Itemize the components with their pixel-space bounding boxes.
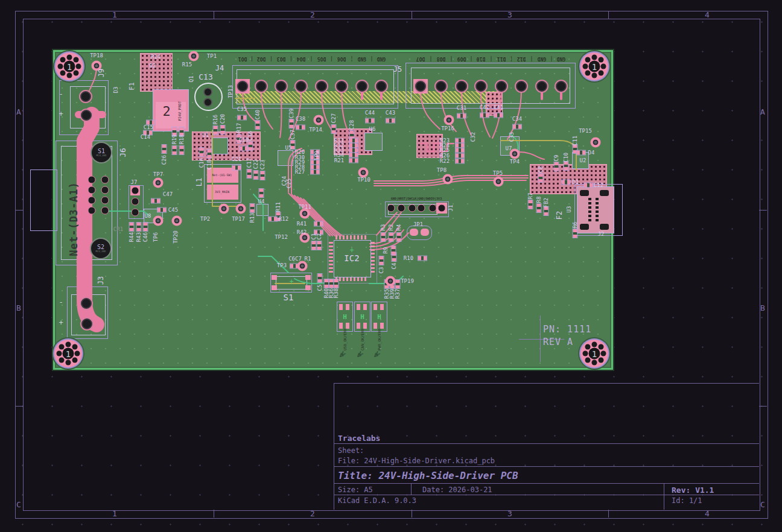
smd-part[interactable] <box>144 223 148 231</box>
smd-part[interactable] <box>256 121 260 129</box>
silk-label-r18[interactable]: R18 <box>179 135 185 144</box>
smd-part[interactable] <box>214 126 218 135</box>
smd-part[interactable] <box>311 160 319 165</box>
pcb-editor-canvas[interactable]: Tracelabs Sheet: File: 24V-High-Side-Dri… <box>0 0 782 532</box>
ic-u4[interactable] <box>256 204 269 216</box>
mounting-hole[interactable]: 1 <box>56 52 83 80</box>
silk-label-r17[interactable]: R17 <box>237 123 242 133</box>
smd-part[interactable] <box>249 142 253 150</box>
smd-part[interactable] <box>311 165 319 169</box>
j5-pin[interactable] <box>434 80 448 93</box>
silk-label-c47[interactable]: C47 <box>163 192 173 197</box>
smd-part[interactable] <box>380 256 384 265</box>
silk-label-tp19[interactable]: TP19 <box>401 279 414 284</box>
smd-part[interactable] <box>334 279 339 288</box>
smd-part[interactable] <box>562 180 570 185</box>
led-module[interactable]: H <box>371 302 387 332</box>
silk-label-r11[interactable]: R11 <box>276 202 281 212</box>
silk-label-d4[interactable]: D4 <box>588 150 595 156</box>
silk-label-u8[interactable]: U8 <box>145 214 151 219</box>
silk-label-r14[interactable]: R14 <box>151 54 161 60</box>
silk-label-tp18[interactable]: TP18 <box>90 53 103 59</box>
silk-label-r7[interactable]: R7 <box>528 193 533 200</box>
silk-label-c33[interactable]: C33 <box>509 132 515 142</box>
ic-u5[interactable] <box>278 150 293 166</box>
j5-pin[interactable] <box>555 80 568 93</box>
test-point-pad[interactable] <box>219 204 229 214</box>
ic-u6[interactable] <box>364 133 383 151</box>
silk-label-d3[interactable]: D3 <box>113 87 119 93</box>
silk-label-c42[interactable]: C42 <box>480 105 489 110</box>
silk-label-j1[interactable]: J1 <box>448 205 454 212</box>
smd-part[interactable] <box>261 171 265 180</box>
silk-label-c16[interactable]: C16 <box>199 158 205 168</box>
silk-label-c22[interactable]: C22 <box>253 159 259 169</box>
silk-label-c46[interactable]: C46 <box>143 232 148 242</box>
silk-label-c39[interactable]: C39 <box>289 109 294 118</box>
connector-j9[interactable] <box>59 80 109 135</box>
j4-pin[interactable] <box>355 80 369 93</box>
silk-label-tp15[interactable]: TP15 <box>579 128 592 134</box>
smd-part[interactable] <box>349 144 358 148</box>
j5-pin[interactable] <box>515 80 528 93</box>
smd-part[interactable] <box>329 279 334 288</box>
mounting-hole[interactable]: 1 <box>580 340 608 367</box>
silk-label-d1[interactable]: D1 <box>573 180 579 185</box>
smd-part[interactable] <box>564 162 568 170</box>
silk-label-d2[interactable]: D2 <box>150 63 156 69</box>
silk-label-c4[interactable]: C4 <box>392 263 397 270</box>
silk-label-c11[interactable]: C11 <box>573 136 578 145</box>
silk-label-r3[interactable]: R3 <box>381 224 386 231</box>
smd-part[interactable] <box>311 170 319 174</box>
test-point-pad[interactable] <box>236 204 246 214</box>
silk-label-c26[interactable]: C26 <box>162 155 167 165</box>
silk-label-r21[interactable]: R21 <box>334 158 344 163</box>
regulator-package[interactable] <box>153 89 189 131</box>
test-point-pad[interactable] <box>386 276 396 287</box>
smd-part[interactable] <box>480 113 489 118</box>
silk-label-tp2[interactable]: TP2 <box>200 217 210 222</box>
silk-label-j9[interactable]: J9 <box>98 69 105 77</box>
smd-part[interactable] <box>312 241 316 250</box>
smd-part[interactable] <box>392 246 396 255</box>
smd-part[interactable] <box>157 208 166 212</box>
jumper-jp1[interactable] <box>407 226 432 240</box>
silk-label-c18[interactable]: C18 <box>207 160 212 169</box>
j4-pin[interactable] <box>275 80 288 93</box>
silk-label-c28[interactable]: C28 <box>349 120 355 130</box>
silk-label-j6[interactable]: J6 <box>119 148 127 157</box>
silk-label-l1[interactable]: L1 <box>196 178 203 186</box>
smd-part[interactable] <box>240 147 248 151</box>
silk-label-r13[interactable]: R13 <box>250 213 255 223</box>
connector-j2-usb[interactable] <box>577 186 614 233</box>
connector-j3[interactable] <box>67 287 108 339</box>
silk-label-c23[interactable]: C23 <box>260 160 265 169</box>
silk-label-c34[interactable]: C34 <box>512 116 522 122</box>
smd-part[interactable] <box>314 222 323 226</box>
smd-part[interactable] <box>389 233 393 241</box>
smd-part[interactable] <box>577 151 585 155</box>
smd-part[interactable] <box>238 116 246 120</box>
silk-label-tp9[interactable]: TP9 <box>314 151 320 160</box>
silk-label-c40[interactable]: C40 <box>255 110 261 119</box>
silk-label-c21[interactable]: C21 <box>232 157 241 162</box>
silk-label-u6[interactable]: U6 <box>369 127 376 132</box>
silk-label-fb2[interactable]: FB2 <box>544 198 549 207</box>
silk-label-r27[interactable]: R27 <box>295 169 305 175</box>
silk-label-tp7[interactable]: TP7 <box>153 172 163 177</box>
test-point-pad[interactable] <box>297 261 308 271</box>
silk-label-c14[interactable]: C14 <box>141 135 150 140</box>
silk-label-f2[interactable]: F2 <box>556 211 563 220</box>
smd-part[interactable] <box>456 139 464 143</box>
connector-j5[interactable] <box>405 63 576 109</box>
silk-label-tp17[interactable]: TP17 <box>232 217 245 222</box>
silk-label-r43[interactable]: R43 <box>136 232 142 242</box>
smd-part[interactable] <box>573 229 577 238</box>
silk-label-jp1[interactable]: JP1 <box>413 222 423 227</box>
silk-label-tp14[interactable]: TP14 <box>309 127 322 133</box>
silk-label-c37[interactable]: C37 <box>290 130 296 139</box>
smd-part[interactable] <box>200 148 204 156</box>
board-rev-text[interactable]: REV A <box>543 337 573 347</box>
silk-label-c9[interactable]: C9 <box>554 155 559 162</box>
silk-label-c44[interactable]: C44 <box>365 110 375 116</box>
